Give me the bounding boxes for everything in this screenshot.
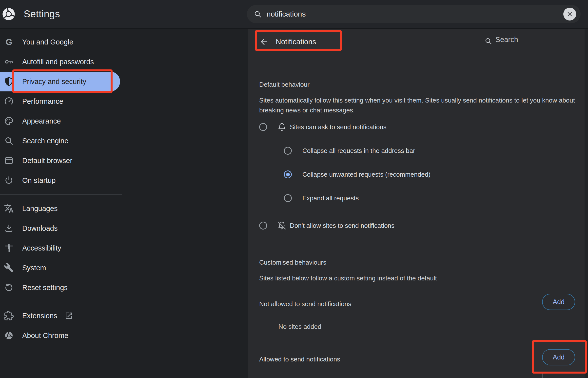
customised-behaviours-heading: Customised behaviours xyxy=(259,257,326,267)
clear-search-button[interactable] xyxy=(563,8,576,21)
app-header: Settings xyxy=(0,0,588,29)
settings-search-bar[interactable] xyxy=(247,5,581,23)
default-behaviour-description: Sites automatically follow this setting … xyxy=(259,95,583,115)
radio-option-sites-can-ask[interactable]: Sites can ask to send notifications xyxy=(259,117,387,137)
close-icon xyxy=(567,11,573,17)
subpage-title: Notifications xyxy=(276,36,316,47)
key-icon xyxy=(3,57,14,67)
no-sites-added-label: No sites added xyxy=(278,322,321,332)
bell-off-icon xyxy=(278,221,286,230)
not-allowed-label: Not allowed to send notifications xyxy=(259,299,351,309)
back-arrow-icon[interactable] xyxy=(259,37,269,47)
radio-option-collapse-unwanted[interactable]: Collapse unwanted requests (recommended) xyxy=(284,165,431,184)
page-title: Settings xyxy=(24,8,60,20)
sidebar-item-appearance[interactable]: Appearance xyxy=(0,111,120,131)
add-not-allowed-button[interactable]: Add xyxy=(542,294,575,310)
chrome-logo-icon xyxy=(3,331,14,340)
radio-unselected[interactable] xyxy=(259,222,267,230)
radio-unselected[interactable] xyxy=(259,123,267,131)
search-icon xyxy=(254,10,262,18)
radio-selected[interactable] xyxy=(284,170,292,178)
customised-behaviours-description: Sites listed below follow a custom setti… xyxy=(259,273,583,283)
translate-icon xyxy=(3,204,14,213)
subpage-header: Notifications xyxy=(248,29,588,55)
chrome-logo-icon xyxy=(2,7,15,21)
default-behaviour-heading: Default behaviour xyxy=(259,80,310,89)
clipped-element-edge xyxy=(542,372,543,378)
radio-option-dont-allow[interactable]: Don't allow sites to send notifications xyxy=(259,216,394,235)
shield-icon xyxy=(3,77,14,86)
notifications-settings-panel: Notifications Default behaviour Sites au… xyxy=(248,29,588,378)
sidebar-item-reset-settings[interactable]: Reset settings xyxy=(0,278,120,297)
google-g-icon: G xyxy=(3,37,14,47)
palette-icon xyxy=(3,116,14,126)
radio-option-collapse-all[interactable]: Collapse all requests in the address bar xyxy=(284,141,415,161)
scrollbar-track[interactable] xyxy=(585,29,588,378)
speedometer-icon xyxy=(3,96,14,106)
settings-search-input[interactable] xyxy=(266,10,558,19)
radio-option-expand-all[interactable]: Expand all requests xyxy=(284,188,359,208)
sidebar-divider xyxy=(0,302,122,302)
sidebar-item-languages[interactable]: Languages xyxy=(0,199,120,218)
sidebar-divider xyxy=(0,194,122,195)
browser-window-icon xyxy=(3,156,14,166)
radio-unselected[interactable] xyxy=(284,147,292,155)
sidebar-item-extensions[interactable]: Extensions xyxy=(0,306,120,326)
magnifier-icon xyxy=(3,136,14,146)
sidebar-item-default-browser[interactable]: Default browser xyxy=(0,151,120,170)
sidebar-item-system[interactable]: System xyxy=(0,258,120,278)
download-icon xyxy=(3,223,14,233)
reset-icon xyxy=(3,283,14,293)
wrench-icon xyxy=(3,263,14,273)
subpage-search-input[interactable] xyxy=(495,36,576,46)
puzzle-icon xyxy=(3,311,14,321)
radio-unselected[interactable] xyxy=(284,194,292,202)
sidebar-item-you-and-google[interactable]: G You and Google xyxy=(0,32,120,52)
sidebar-item-downloads[interactable]: Downloads xyxy=(0,218,120,238)
sidebar-item-performance[interactable]: Performance xyxy=(0,91,120,111)
settings-sidebar: G You and Google Autofill and passwords … xyxy=(0,29,248,378)
add-allowed-button[interactable]: Add xyxy=(542,349,575,365)
sidebar-item-on-startup[interactable]: On startup xyxy=(0,170,120,190)
chrome-settings-page: Settings G You and Google xyxy=(0,0,588,378)
accessibility-icon xyxy=(3,243,14,253)
sidebar-item-search-engine[interactable]: Search engine xyxy=(0,131,120,151)
search-icon xyxy=(485,37,492,45)
svg-text:G: G xyxy=(6,37,12,47)
sidebar-item-about-chrome[interactable]: About Chrome xyxy=(0,326,120,345)
external-link-icon xyxy=(65,312,73,320)
sidebar-item-accessibility[interactable]: Accessibility xyxy=(0,238,120,258)
subpage-search[interactable] xyxy=(485,36,576,46)
bell-icon xyxy=(278,123,286,131)
sidebar-item-privacy-and-security[interactable]: Privacy and security xyxy=(0,72,120,91)
sidebar-item-autofill[interactable]: Autofill and passwords xyxy=(0,52,120,72)
power-icon xyxy=(3,175,14,185)
allowed-label: Allowed to send notifications xyxy=(259,354,340,364)
